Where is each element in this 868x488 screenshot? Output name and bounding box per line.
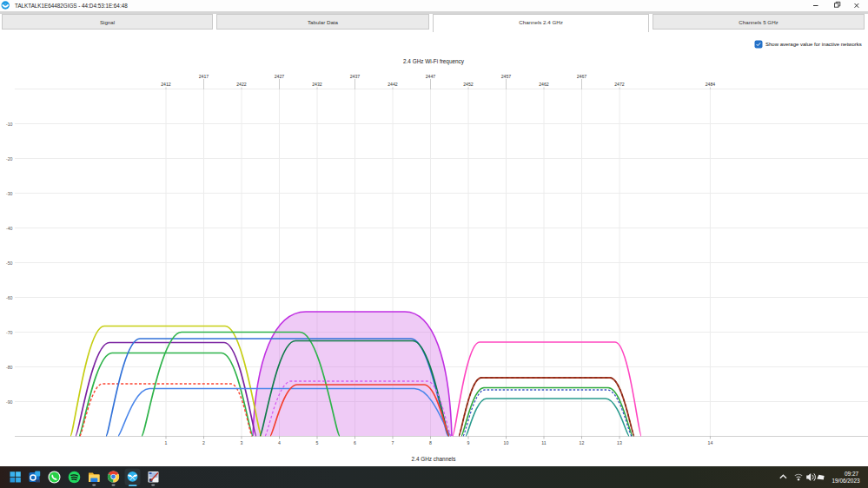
svg-text:-70: -70 [6,330,13,335]
svg-text:10: 10 [504,440,509,445]
svg-text:2412: 2412 [161,82,171,87]
svg-text:13: 13 [617,440,622,445]
svg-text:19/06/2023: 19/06/2023 [832,478,860,484]
svg-text:2.4 GHz channels: 2.4 GHz channels [412,456,456,462]
svg-text:12: 12 [580,440,585,445]
svg-text:3: 3 [241,440,243,445]
svg-text:2452: 2452 [463,82,474,87]
svg-text:2427: 2427 [275,74,285,79]
svg-text:2437: 2437 [350,74,361,79]
svg-text:-90: -90 [6,399,13,405]
svg-text:7: 7 [392,440,394,445]
svg-text:-60: -60 [6,295,13,300]
svg-text:-30: -30 [6,191,13,196]
svg-text:8: 8 [429,440,432,445]
svg-text:2432: 2432 [312,82,322,87]
svg-text:-10: -10 [6,122,13,127]
svg-text:2442: 2442 [388,82,398,87]
svg-text:4: 4 [278,440,281,445]
svg-text:-80: -80 [6,365,13,370]
svg-text:11: 11 [541,440,546,445]
svg-text:09:27: 09:27 [845,471,858,477]
svg-text:2457: 2457 [501,74,512,79]
svg-text:2467: 2467 [577,74,587,79]
svg-text:2484: 2484 [706,82,716,87]
svg-text:-20: -20 [6,156,13,162]
svg-text:2417: 2417 [199,74,209,79]
svg-text:2.4 GHz Wi-Fi frequency: 2.4 GHz Wi-Fi frequency [403,58,465,65]
svg-text:5: 5 [316,440,319,445]
svg-text:2462: 2462 [539,82,549,87]
svg-text:2422: 2422 [236,82,247,87]
svg-text:1: 1 [165,440,168,445]
svg-text:14: 14 [708,440,713,445]
svg-text:9: 9 [467,440,470,445]
svg-text:-50: -50 [6,260,13,266]
svg-text:-40: -40 [6,226,13,231]
svg-text:2447: 2447 [426,74,436,79]
svg-text:6: 6 [354,440,356,445]
svg-text:2: 2 [202,440,205,445]
svg-text:2472: 2472 [614,82,625,87]
